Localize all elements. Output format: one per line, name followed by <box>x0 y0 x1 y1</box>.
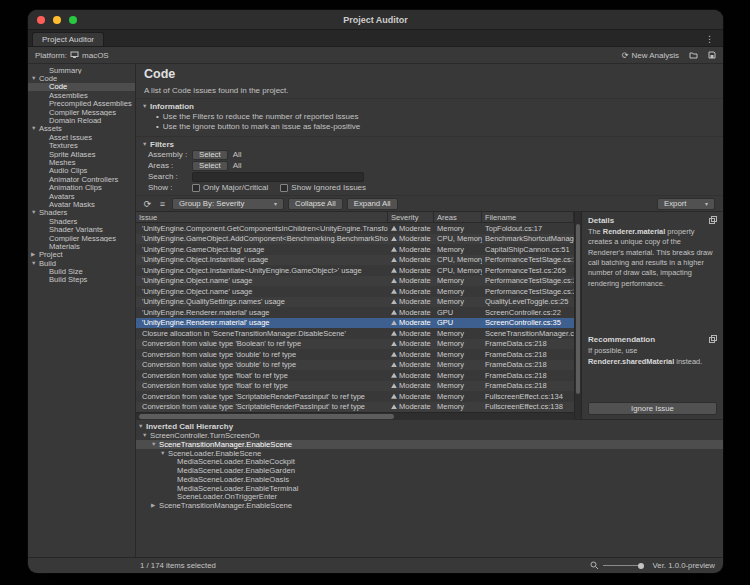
foldout-arrow-icon[interactable] <box>142 431 150 440</box>
export-dropdown[interactable]: Export ▾ <box>657 198 715 210</box>
column-header-filename[interactable]: Filename <box>482 212 574 222</box>
new-analysis-button[interactable]: ⟳ New Analysis <box>622 51 679 60</box>
issue-row[interactable]: 'UnityEngine.GameObject.tag' usageModera… <box>136 244 574 255</box>
kebab-menu-icon[interactable]: ⋮ <box>700 34 719 46</box>
sidebar-item-code[interactable]: Code <box>28 74 135 82</box>
hierarchy-node-scenetransitionmanager-enablescene[interactable]: SceneTransitionManager.EnableScene <box>136 501 723 510</box>
only-major-critical-checkbox[interactable] <box>192 184 200 192</box>
hierarchy-node-scenetransitionmanager-enablescene[interactable]: SceneTransitionManager.EnableScene <box>136 440 723 449</box>
tab-project-auditor[interactable]: Project Auditor <box>32 32 104 46</box>
issue-row[interactable]: Conversion from value type 'ScriptableRe… <box>136 402 574 413</box>
sidebar-item-avatars[interactable]: Avatars <box>28 192 135 200</box>
horizontal-scrollbar[interactable] <box>136 412 574 420</box>
hierarchy-node-mediasceneloader-enableterminal[interactable]: MediaSceneLoader.EnableTerminal <box>136 484 723 493</box>
show-ignored-checkbox[interactable] <box>280 184 288 192</box>
copy-icon[interactable] <box>709 216 717 224</box>
minimize-button[interactable] <box>53 16 61 24</box>
sidebar-item-assets[interactable]: Assets <box>28 125 135 133</box>
foldout-arrow-icon[interactable] <box>31 259 39 267</box>
issue-row[interactable]: 'UnityEngine.Object.Instantiate<UnityEng… <box>136 265 574 276</box>
column-header-severity[interactable]: Severity <box>388 212 434 222</box>
sidebar-item-assemblies[interactable]: Assemblies <box>28 91 135 99</box>
list-view-icon[interactable]: ≡ <box>157 199 168 209</box>
sidebar-item-shaders[interactable]: Shaders <box>28 217 135 225</box>
save-icon[interactable] <box>708 51 716 59</box>
information-foldout[interactable]: Information <box>140 101 719 111</box>
sidebar-item-precompiled-assemblies[interactable]: Precompiled Assemblies <box>28 100 135 108</box>
sidebar-item-compiler-messages[interactable]: Compiler Messages <box>28 108 135 116</box>
collapse-all-button[interactable]: Collapse All <box>288 198 343 210</box>
sidebar-item-build-steps[interactable]: Build Steps <box>28 276 135 284</box>
areas-cell: CPU, Memory <box>434 255 482 264</box>
issue-row[interactable]: 'UnityEngine.Renderer.material' usageMod… <box>136 307 574 318</box>
expand-all-button[interactable]: Expand All <box>347 198 398 210</box>
sidebar-item-materials[interactable]: Materials <box>28 242 135 250</box>
zoom-window-button[interactable] <box>69 16 77 24</box>
hierarchy-node-screencontroller-turnscreenon[interactable]: ScreenController.TurnScreenOn <box>136 431 723 440</box>
issue-row[interactable]: Conversion from value type 'float' to re… <box>136 370 574 381</box>
foldout-arrow-icon[interactable] <box>31 125 39 133</box>
sidebar-item-meshes[interactable]: Meshes <box>28 158 135 166</box>
hierarchy-node-sceneloader-enablescene[interactable]: SceneLoader.EnableScene <box>136 449 723 458</box>
foldout-arrow-icon[interactable] <box>31 209 39 217</box>
foldout-arrow-icon[interactable] <box>151 501 159 510</box>
group-by-dropdown[interactable]: Group By: Severity ▾ <box>172 198 284 210</box>
sidebar-item-shaders[interactable]: Shaders <box>28 209 135 217</box>
sidebar-item-compiler-messages[interactable]: Compiler Messages <box>28 234 135 242</box>
issue-row[interactable]: 'UnityEngine.GameObject.AddComponent<Ben… <box>136 234 574 245</box>
sidebar-item-build-size[interactable]: Build Size <box>28 267 135 275</box>
hierarchy-node-mediasceneloader-enablegarden[interactable]: MediaSceneLoader.EnableGarden <box>136 466 723 475</box>
sidebar-item-shader-variants[interactable]: Shader Variants <box>28 225 135 233</box>
issue-row[interactable]: 'UnityEngine.Renderer.material' usageMod… <box>136 318 574 329</box>
issue-row[interactable]: Conversion from value type 'double' to r… <box>136 360 574 371</box>
zoom-slider[interactable] <box>603 565 643 566</box>
close-button[interactable] <box>37 16 45 24</box>
issue-row[interactable]: 'UnityEngine.Object.name' usageModerateM… <box>136 286 574 297</box>
areas-select-button[interactable]: Select <box>192 161 228 171</box>
sidebar-item-domain-reload[interactable]: Domain Reload <box>28 116 135 124</box>
search-input[interactable] <box>192 172 364 182</box>
foldout-arrow-icon[interactable] <box>31 251 39 259</box>
hierarchy-node-mediasceneloader-enablecockpit[interactable]: MediaSceneLoader.EnableCockpit <box>136 457 723 466</box>
sidebar-item-textures[interactable]: Textures <box>28 142 135 150</box>
issue-row[interactable]: 'UnityEngine.QualitySettings.names' usag… <box>136 297 574 308</box>
severity-label: Moderate <box>399 245 431 254</box>
sidebar-item-avatar-masks[interactable]: Avatar Masks <box>28 200 135 208</box>
issue-row[interactable]: Closure allocation in 'SceneTransitionMa… <box>136 328 574 339</box>
sidebar-item-animation-clips[interactable]: Animation Clips <box>28 183 135 191</box>
column-header-issue[interactable]: Issue <box>136 212 388 222</box>
scrollbar-thumb[interactable] <box>139 414 394 419</box>
foldout-arrow-icon[interactable] <box>31 74 39 82</box>
foldout-arrow-icon[interactable] <box>151 440 159 449</box>
sidebar-item-asset-issues[interactable]: Asset Issues <box>28 133 135 141</box>
hierarchy-node-sceneloader-ontriggerenter[interactable]: SceneLoader.OnTriggerEnter <box>136 493 723 502</box>
assembly-select-button[interactable]: Select <box>192 150 228 160</box>
sidebar-item-animator-controllers[interactable]: Animator Controllers <box>28 175 135 183</box>
sidebar-item-summary[interactable]: Summary <box>28 66 135 74</box>
issue-row[interactable]: 'UnityEngine.Object.Instantiate' usageMo… <box>136 255 574 266</box>
scrollbar-thumb[interactable] <box>576 224 580 394</box>
vertical-scrollbar[interactable] <box>574 212 581 419</box>
issue-row[interactable]: Conversion from value type 'Boolean' to … <box>136 339 574 350</box>
sidebar-item-project[interactable]: Project <box>28 251 135 259</box>
hierarchy-foldout[interactable]: Inverted Call Hierarchy <box>136 421 723 431</box>
zoom-slider-thumb[interactable] <box>638 563 644 569</box>
issue-row[interactable]: Conversion from value type 'double' to r… <box>136 349 574 360</box>
filters-foldout[interactable]: Filters <box>140 139 719 149</box>
copy-icon[interactable] <box>709 335 717 343</box>
hierarchy-node-mediasceneloader-enableoasis[interactable]: MediaSceneLoader.EnableOasis <box>136 475 723 484</box>
issue-row[interactable]: 'UnityEngine.Object.name' usageModerateM… <box>136 276 574 287</box>
issue-row[interactable]: 'UnityEngine.Component.GetComponentsInCh… <box>136 223 574 234</box>
refresh-icon[interactable]: ⟳ <box>142 199 153 209</box>
titlebar[interactable]: Project Auditor <box>28 10 723 30</box>
load-icon[interactable] <box>689 51 698 59</box>
sidebar-item-audio-clips[interactable]: Audio Clips <box>28 167 135 175</box>
issue-row[interactable]: Conversion from value type 'ScriptableRe… <box>136 391 574 402</box>
column-header-areas[interactable]: Areas <box>434 212 482 222</box>
sidebar-item-sprite-atlases[interactable]: Sprite Atlases <box>28 150 135 158</box>
sidebar-item-code[interactable]: Code <box>28 83 135 91</box>
ignore-issue-button[interactable]: Ignore Issue <box>588 402 717 415</box>
foldout-arrow-icon[interactable] <box>160 449 168 458</box>
issue-row[interactable]: Conversion from value type 'float' to re… <box>136 381 574 392</box>
sidebar-item-build[interactable]: Build <box>28 259 135 267</box>
